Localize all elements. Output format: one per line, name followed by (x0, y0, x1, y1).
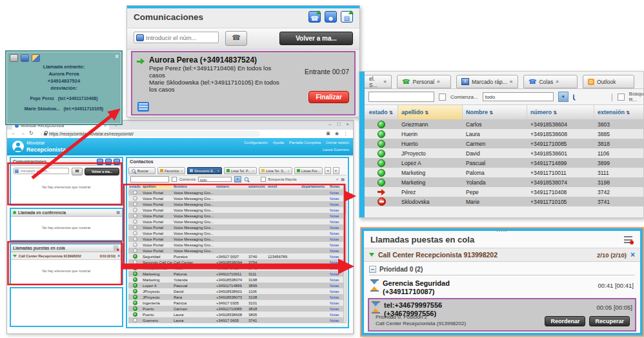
notes-link[interactable]: Notas (330, 307, 339, 311)
table-row[interactable]: JProyectoDavid+349185386011106 (365, 148, 643, 158)
notes-link[interactable]: Notas (330, 295, 339, 299)
table-row[interactable]: PuertoLaura+349185386083805Notas (128, 312, 343, 317)
queue-close-icon[interactable]: × (117, 254, 120, 258)
quick-search-checkbox[interactable] (618, 94, 625, 101)
table-row[interactable]: Voice PortalVoice Messaging Gro...Notas (128, 207, 343, 213)
scope-select[interactable]: todo (483, 92, 554, 101)
queue-close-icon[interactable]: × (630, 250, 635, 259)
directory-tab-outlook[interactable]: OOutlook (583, 75, 634, 88)
phone-icon[interactable] (10, 54, 18, 62)
contacts-scrollbar[interactable] (343, 184, 347, 323)
column-header[interactable]: departamento (300, 184, 328, 190)
directory-tab-list[interactable]: el. S...× (365, 75, 392, 88)
attendant-console-icon[interactable] (105, 159, 112, 165)
table-row[interactable]: Lopez APascual+349117148993899 (365, 158, 643, 168)
notes-link[interactable]: Notas (330, 261, 339, 264)
tab-close-icon[interactable]: × (383, 79, 387, 84)
table-row[interactable]: SeguridadPuestos+34917 00073740123456789… (128, 254, 343, 259)
table-row[interactable]: JProyectoRara+349185380733108Notas (128, 294, 343, 300)
conference-end-icon[interactable]: ▤ (116, 209, 120, 216)
column-header[interactable]: estado ⇅ (365, 105, 398, 119)
table-row[interactable]: MarketingPaloma+349117100113111Notas (128, 271, 343, 277)
table-row[interactable]: Voice PortalVoice Messaging Gro...Notas (128, 242, 343, 248)
browser-nav-icons[interactable]: ←→↻ (11, 130, 37, 136)
notes-link[interactable]: Desbloquear (330, 266, 343, 270)
return-to-button[interactable]: Volver a ma... (85, 168, 119, 175)
notes-link[interactable]: Notas (330, 272, 339, 276)
notes-link[interactable]: Notas (330, 197, 339, 201)
column-header[interactable]: número (215, 184, 247, 190)
table-row[interactable]: Voice PortalVoice Messaging Gro...Notas (128, 190, 343, 195)
table-row[interactable]: GriezmannCarlos+349185386043803 (365, 119, 643, 129)
close-button[interactable]: × (346, 121, 349, 127)
call-button[interactable]: ☎ (72, 168, 83, 175)
notes-link[interactable]: Notas (330, 290, 339, 293)
table-row[interactable]: Voice PortalVoice Messaging Gro...Notas (128, 230, 343, 236)
notes-icon[interactable] (137, 102, 149, 112)
collapse-group-icon[interactable] (369, 266, 376, 273)
notes-link[interactable]: Notas (330, 203, 339, 206)
transfer-voicemail-icon[interactable]: ☎ (308, 11, 321, 23)
table-row[interactable]: Segundo Call CenterCall Center+349185380… (128, 259, 343, 265)
notes-link[interactable]: Notas (330, 226, 339, 230)
queue-settings-icon[interactable] (624, 236, 632, 243)
table-row[interactable]: Lopez APascual+349117148993899Notas (128, 283, 343, 288)
call-button[interactable]: ☎ (225, 31, 247, 46)
tab-close-icon[interactable]: × (556, 79, 559, 84)
tab-close-icon[interactable]: × (510, 79, 513, 84)
tab-buscar[interactable]: Buscar (128, 167, 156, 174)
column-header[interactable]: extensión ⇅ (594, 105, 644, 119)
return-to-button[interactable]: Volver a ma... (279, 32, 353, 45)
tab-close-icon[interactable]: × (437, 79, 440, 84)
attendant-console-icon[interactable]: ☻ (325, 11, 337, 23)
contacts-tab-favorites[interactable]: Favoritos× (157, 167, 185, 174)
notes-link[interactable]: Notas (330, 313, 339, 317)
scope-dropdown-icon[interactable]: ▼ (234, 176, 241, 183)
priority-group-row[interactable]: Prioridad 0 (2) (369, 263, 635, 275)
table-row[interactable]: Voice PortalVoice Messaging Gro...Notas (128, 236, 343, 242)
table-row[interactable]: MarketingYolanda+349185380743198 (365, 177, 643, 187)
column-header[interactable]: Nombre (172, 184, 215, 190)
table-row[interactable]: RecepcionistaAlicia+34917 04053746Desblo… (128, 265, 343, 271)
table-row[interactable]: PuertoCarmen+349117100853818Notas (128, 306, 343, 312)
queued-call-item[interactable]: Gerencia Seguridad (+34911710087) 00:41 … (368, 277, 636, 297)
table-row[interactable]: Voice PortalVoice Messaging Gro...Notas (128, 213, 343, 219)
tab-close-icon[interactable]: × (181, 169, 183, 173)
column-header[interactable]: estado (128, 184, 141, 190)
dial-input[interactable] (14, 168, 69, 174)
notes-link[interactable]: Notas (330, 249, 339, 253)
collapse-icon[interactable] (369, 253, 374, 257)
notes-link[interactable]: Notas (330, 220, 339, 224)
tab-close-icon[interactable]: × (217, 169, 219, 173)
contacts-tab-personal[interactable]: Listas Per... (294, 167, 323, 174)
table-row[interactable]: GuerreroLaura+34917 06053741Notas (128, 317, 343, 323)
notes-link[interactable]: Notas (330, 255, 339, 259)
notes-link[interactable]: Notas (330, 301, 339, 305)
column-header[interactable]: extensión (247, 184, 267, 190)
quick-search-checkbox[interactable] (261, 177, 266, 182)
column-header[interactable]: móvil (267, 184, 300, 190)
directory-tab-queues[interactable]: ☎Colas× (523, 75, 578, 88)
scope-dropdown-icon[interactable]: ▼ (558, 92, 569, 102)
starts-with-checkbox[interactable] (172, 177, 177, 182)
tab-close-icon[interactable]: × (252, 169, 255, 173)
call-park-icon[interactable] (114, 159, 120, 165)
header-link[interactable]: Pantalla Completa (289, 141, 321, 144)
drag-handle-dots[interactable]: ••••• (496, 230, 507, 232)
header-link[interactable]: Cerrar sesión (326, 141, 349, 144)
keypad-icon[interactable] (21, 54, 29, 62)
table-row[interactable]: Voice PortalVoice Messaging Gro...Notas (128, 201, 343, 207)
table-row[interactable]: Voice PortalVoice Messaging Gro...Notas (128, 248, 343, 254)
queue-row[interactable]: Call Center Recepcionista 913998202 0/10… (11, 252, 122, 260)
notes-link[interactable]: Notas (330, 208, 339, 212)
queued-call-item-selected[interactable]: tel:+34679997556 (+34679997556) 00:05 [0… (368, 298, 636, 332)
notes-link[interactable]: Notas (330, 319, 339, 323)
tab-close-icon[interactable]: × (288, 169, 290, 173)
table-row[interactable]: Voice PortalVoice Messaging Gro...Notas (128, 195, 343, 201)
notes-link[interactable]: Notas (330, 191, 339, 195)
table-row[interactable]: PérezPepe+349117104083742 (365, 187, 643, 197)
extensions-icon[interactable]: ▣ (326, 131, 330, 136)
search-input[interactable] (368, 92, 434, 102)
tab-scroll-right-icon[interactable]: ▸ (333, 167, 339, 174)
active-call-card[interactable]: Aurora Perea (+34914837524) Pepe Perez (… (131, 51, 356, 115)
